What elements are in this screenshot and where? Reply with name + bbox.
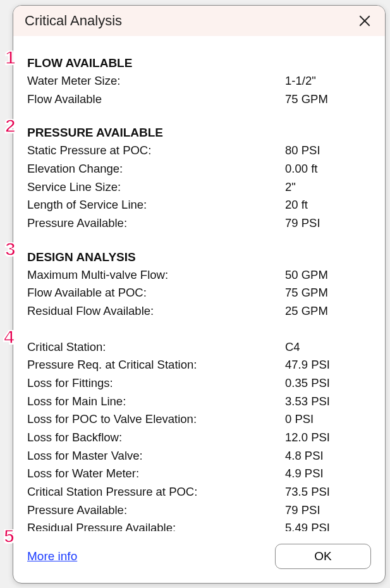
- row-elevation-change: Elevation Change: 0.00 ft: [27, 160, 371, 178]
- row-value: 50 GPM: [285, 266, 371, 285]
- row-label: Pressure Req. at Critical Station:: [27, 356, 285, 374]
- row-critical-station-pressure-at-poc: Critical Station Pressure at POC: 73.5 P…: [27, 483, 371, 501]
- row-service-line-size: Service Line Size: 2": [27, 178, 371, 197]
- row-loss-for-fittings: Loss for Fittings: 0.35 PSI: [27, 374, 371, 393]
- row-label: Flow Available: [27, 90, 285, 109]
- row-label: Flow Available at POC:: [27, 284, 285, 302]
- row-value: 4.9 PSI: [285, 465, 371, 483]
- row-flow-available: Flow Available 75 GPM: [27, 90, 371, 109]
- row-label: Elevation Change:: [27, 160, 285, 178]
- section-flow-available: FLOW AVAILABLE Water Meter Size: 1-1/2" …: [27, 56, 371, 108]
- more-info-link[interactable]: More info: [27, 549, 77, 563]
- row-value: C4: [285, 338, 371, 357]
- row-label: Service Line Size:: [27, 178, 285, 197]
- row-value: 5.49 PSI: [285, 519, 371, 531]
- row-residual-pressure-available: Residual Pressure Available: 5.49 PSI: [27, 519, 371, 531]
- row-label: Loss for POC to Valve Elevation:: [27, 410, 285, 429]
- dialog-footer: More info OK: [13, 531, 385, 583]
- dialog-title: Critical Analysis: [25, 13, 122, 29]
- section-title: DESIGN ANALYSIS: [27, 250, 371, 264]
- ok-button[interactable]: OK: [275, 544, 371, 569]
- row-label: Residual Flow Available:: [27, 302, 285, 321]
- row-water-meter-size: Water Meter Size: 1-1/2": [27, 72, 371, 90]
- row-value: 0.35 PSI: [285, 374, 371, 393]
- row-maximum-multi-valve-flow: Maximum Multi-valve Flow: 50 GPM: [27, 266, 371, 285]
- row-static-pressure-at-poc: Static Pressure at POC: 80 PSI: [27, 142, 371, 160]
- row-label: Loss for Backflow:: [27, 429, 285, 447]
- row-value: 75 GPM: [285, 90, 371, 109]
- section-title: PRESSURE AVAILABLE: [27, 126, 371, 140]
- row-loss-for-backflow: Loss for Backflow: 12.0 PSI: [27, 429, 371, 447]
- row-label: Static Pressure at POC:: [27, 142, 285, 160]
- row-value: 12.0 PSI: [285, 429, 371, 447]
- row-critical-station: Critical Station: C4: [27, 338, 371, 357]
- row-loss-for-water-meter: Loss for Water Meter: 4.9 PSI: [27, 465, 371, 483]
- row-pressure-req-at-critical-station: Pressure Req. at Critical Station: 47.9 …: [27, 356, 371, 374]
- row-residual-flow-available: Residual Flow Available: 25 GPM: [27, 302, 371, 321]
- row-label: Residual Pressure Available:: [27, 519, 285, 531]
- row-loss-for-master-valve: Loss for Master Valve: 4.8 PSI: [27, 447, 371, 465]
- row-pressure-available-2: Pressure Available: 79 PSI: [27, 501, 371, 520]
- titlebar: Critical Analysis: [13, 6, 385, 36]
- row-label: Length of Service Line:: [27, 196, 285, 214]
- row-label: Loss for Fittings:: [27, 374, 285, 393]
- section-pressure-available: PRESSURE AVAILABLE Static Pressure at PO…: [27, 126, 371, 232]
- row-value: 79 PSI: [285, 214, 371, 233]
- row-label: Water Meter Size:: [27, 72, 285, 90]
- row-pressure-available: Pressure Available: 79 PSI: [27, 214, 371, 233]
- critical-analysis-dialog: Critical Analysis FLOW AVAILABLE Water M…: [13, 5, 386, 584]
- row-label: Loss for Master Valve:: [27, 447, 285, 465]
- section-design-analysis: DESIGN ANALYSIS Maximum Multi-valve Flow…: [27, 250, 371, 321]
- row-value: 0 PSI: [285, 410, 371, 429]
- row-value: 4.8 PSI: [285, 447, 371, 465]
- row-loss-for-main-line: Loss for Main Line: 3.53 PSI: [27, 393, 371, 411]
- row-value: 3.53 PSI: [285, 393, 371, 411]
- row-label: Critical Station Pressure at POC:: [27, 483, 285, 501]
- row-value: 20 ft: [285, 196, 371, 214]
- row-value: 25 GPM: [285, 302, 371, 321]
- section-critical-station: Critical Station: C4 Pressure Req. at Cr…: [27, 338, 371, 531]
- row-value: 47.9 PSI: [285, 356, 371, 374]
- row-loss-for-poc-to-valve-elevation: Loss for POC to Valve Elevation: 0 PSI: [27, 410, 371, 429]
- row-value: 79 PSI: [285, 501, 371, 520]
- row-label: Maximum Multi-valve Flow:: [27, 266, 285, 285]
- close-button[interactable]: [356, 12, 374, 30]
- row-value: 2": [285, 178, 371, 197]
- row-value: 0.00 ft: [285, 160, 371, 178]
- row-label: Pressure Available:: [27, 501, 285, 520]
- row-label: Loss for Main Line:: [27, 393, 285, 411]
- row-label: Pressure Available:: [27, 214, 285, 233]
- row-value: 1-1/2": [285, 72, 371, 90]
- row-label: Critical Station:: [27, 338, 285, 357]
- close-icon: [359, 15, 370, 27]
- section-title: FLOW AVAILABLE: [27, 56, 371, 70]
- row-label: Loss for Water Meter:: [27, 465, 285, 483]
- row-flow-available-at-poc: Flow Available at POC: 75 GPM: [27, 284, 371, 302]
- dialog-content: FLOW AVAILABLE Water Meter Size: 1-1/2" …: [13, 36, 385, 531]
- row-length-of-service-line: Length of Service Line: 20 ft: [27, 196, 371, 214]
- row-value: 80 PSI: [285, 142, 371, 160]
- row-value: 75 GPM: [285, 284, 371, 302]
- row-value: 73.5 PSI: [285, 483, 371, 501]
